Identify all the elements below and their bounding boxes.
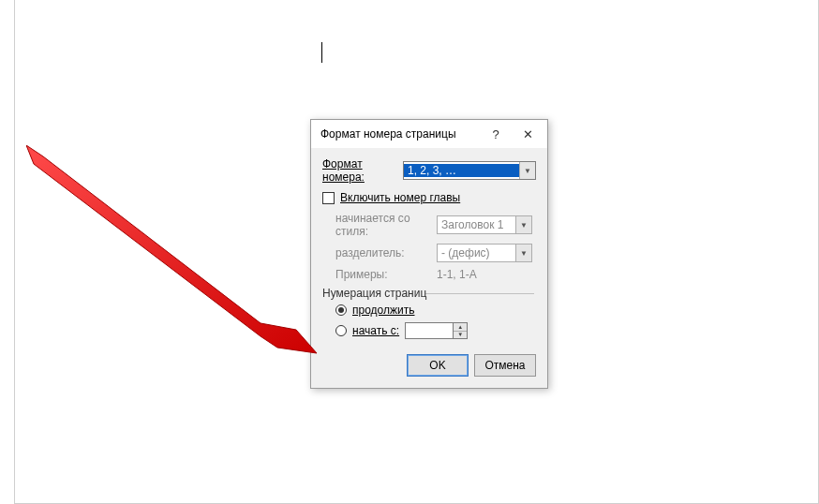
help-button[interactable]: ? [480,122,512,146]
start-at-label: начать с: [352,324,399,337]
chapter-subgroup: начинается со стиля: Заголовок 1 ▼ разде… [322,212,536,281]
chapter-style-label: начинается со стиля: [335,212,437,238]
numbering-groupbox: Нумерация страниц продолжить начать с: ▲… [322,287,536,341]
numbering-legend: Нумерация страниц [322,287,536,300]
chapter-style-combo: Заголовок 1 ▼ [437,215,532,234]
format-label: Формат номера: [322,157,403,184]
include-chapter-label: Включить номер главы [340,191,460,204]
continue-radio[interactable] [335,304,347,316]
chevron-down-icon: ▼ [515,245,531,261]
continue-radio-row[interactable]: продолжить [335,300,536,320]
number-format-value: 1, 2, 3, … [404,164,519,177]
start-at-input[interactable] [405,322,453,339]
cancel-button[interactable]: Отмена [474,354,536,377]
dialog-buttons: OK Отмена [322,354,536,377]
include-chapter-row: Включить номер главы [322,191,536,204]
text-cursor [321,42,322,63]
chapter-style-value: Заголовок 1 [438,218,515,231]
ok-button[interactable]: OK [407,354,469,377]
chevron-down-icon: ▼ [515,216,531,233]
continue-label: продолжить [352,304,414,317]
number-format-combo[interactable]: 1, 2, 3, … ▼ [403,161,536,180]
spinner-down-icon[interactable]: ▼ [454,332,467,339]
separator-label: разделитель: [335,246,437,259]
include-chapter-checkbox[interactable] [322,192,335,204]
dialog-body: Формат номера: 1, 2, 3, … ▼ Включить ном… [311,148,547,388]
start-at-radio[interactable] [335,325,347,336]
format-row: Формат номера: 1, 2, 3, … ▼ [322,157,536,184]
start-at-spinner[interactable]: ▲ ▼ [405,322,468,339]
close-button[interactable]: ✕ [512,122,544,146]
examples-value: 1-1, 1-A [437,268,477,281]
start-at-radio-row[interactable]: начать с: ▲ ▼ [335,320,536,341]
dialog-title: Формат номера страницы [320,127,480,141]
spinner-up-icon[interactable]: ▲ [454,323,467,332]
separator-value: - (дефис) [438,246,515,259]
separator-combo: - (дефис) ▼ [437,244,532,262]
chevron-down-icon[interactable]: ▼ [519,162,535,179]
dialog-titlebar[interactable]: Формат номера страницы ? ✕ [311,120,547,148]
page-number-format-dialog: Формат номера страницы ? ✕ Формат номера… [310,119,548,389]
examples-label: Примеры: [335,268,437,281]
